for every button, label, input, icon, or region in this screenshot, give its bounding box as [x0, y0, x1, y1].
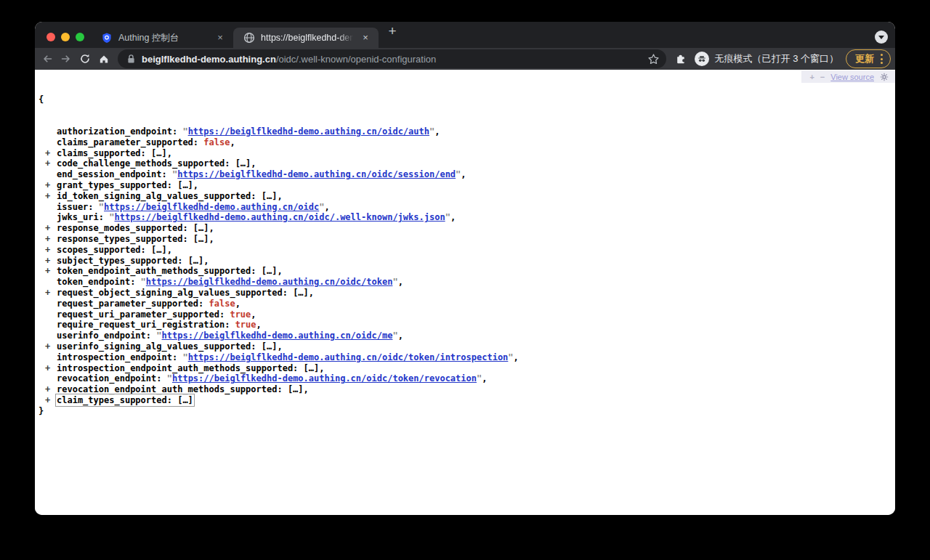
expand-toggle-icon[interactable]: + — [39, 363, 57, 374]
entry-content: require_request_uri_registration: true — [57, 320, 256, 330]
entry-content: response_modes_supported: […] — [57, 223, 209, 233]
window-controls — [46, 33, 84, 41]
expand-toggle-icon[interactable]: + — [39, 384, 57, 395]
json-key: userinfo_endpoint — [57, 330, 146, 341]
json-colon: : — [182, 234, 193, 244]
json-comma: , — [209, 223, 214, 233]
json-entry: +token_endpoint_auth_methods_supported: … — [39, 266, 895, 277]
json-entry: revocation_endpoint: "https://beiglflked… — [39, 373, 895, 384]
json-comma: , — [450, 212, 456, 222]
browser-menu-update-pill[interactable]: 更新 — [846, 49, 891, 68]
json-collapsed-array: […] — [262, 341, 278, 352]
back-button[interactable] — [38, 49, 57, 68]
json-link-value[interactable]: https://beiglflkedhd-demo.authing.cn/oid… — [162, 330, 393, 341]
json-key: introspection_endpoint — [57, 352, 172, 362]
json-entry: authorization_endpoint: "https://beiglfl… — [39, 126, 895, 137]
desktop-background: Authing 控制台 × https://beiglflkedhd-demo.… — [0, 0, 930, 560]
expand-toggle-icon[interactable]: + — [39, 341, 57, 352]
json-key: request_uri_parameter_supported — [57, 309, 219, 320]
incognito-label: 无痕模式（已打开 3 个窗口） — [715, 52, 838, 65]
json-key: scopes_supported — [57, 245, 141, 255]
expand-toggle-icon[interactable]: + — [39, 256, 57, 267]
json-link-value[interactable]: https://beiglflkedhd-demo.authing.cn/oid… — [188, 126, 429, 137]
expand-toggle-icon[interactable]: + — [39, 148, 57, 159]
json-comma: , — [398, 277, 403, 287]
expand-toggle-icon[interactable]: + — [39, 266, 57, 277]
json-comma: , — [251, 158, 256, 169]
expand-toggle-icon[interactable]: + — [39, 180, 57, 191]
zoom-window-button[interactable] — [76, 33, 84, 41]
json-colon: : — [198, 299, 209, 309]
expand-toggle-icon[interactable]: + — [39, 223, 57, 234]
tab-authing-console[interactable]: Authing 控制台 × — [91, 28, 233, 48]
json-link-value[interactable]: https://beiglflkedhd-demo.authing.cn/oid… — [177, 169, 456, 179]
json-colon: : — [99, 212, 109, 222]
json-link-value[interactable]: https://beiglflkedhd-demo.authing.cn/oid… — [146, 277, 393, 287]
tab-close-icon[interactable]: × — [360, 32, 371, 44]
json-key: token_endpoint — [57, 277, 130, 287]
expand-toggle-icon[interactable]: + — [39, 245, 57, 256]
view-source-link[interactable]: View source — [830, 73, 874, 81]
json-link-value[interactable]: https://beiglflkedhd-demo.authing.cn/oid… — [188, 352, 509, 362]
json-comma: , — [193, 180, 198, 190]
json-comma: , — [319, 363, 324, 373]
expand-toggle-icon[interactable]: + — [39, 288, 57, 299]
json-collapsed-array: […] — [193, 223, 209, 233]
tab-close-icon[interactable]: × — [214, 32, 226, 44]
json-colon: : — [283, 288, 293, 298]
json-collapsed-array: […] — [177, 395, 193, 405]
json-key: subject_types_supported — [57, 256, 177, 266]
gear-icon[interactable] — [880, 73, 889, 81]
json-key: revocation_endpoint_auth_methods_support… — [57, 384, 277, 394]
tab-search-button[interactable] — [875, 31, 888, 44]
json-link-value[interactable]: https://beiglflkedhd-demo.authing.cn/oid… — [104, 202, 319, 212]
kebab-menu-icon[interactable] — [878, 53, 885, 65]
entry-content: jwks_uri: "https://beiglflkedhd-demo.aut… — [57, 212, 450, 222]
json-colon: : — [193, 137, 203, 147]
json-colon: : — [177, 256, 187, 266]
expand-toggle-icon[interactable]: + — [39, 191, 57, 202]
update-button[interactable]: 更新 — [855, 52, 874, 65]
json-link-value[interactable]: https://beiglflkedhd-demo.authing.cn/oid… — [114, 212, 445, 222]
json-key: request_object_signing_alg_values_suppor… — [57, 288, 283, 298]
json-colon: : — [225, 158, 235, 169]
json-entry: +code_challenge_methods_supported: […], — [39, 158, 895, 169]
close-window-button[interactable] — [46, 33, 55, 41]
entry-content: userinfo_endpoint: "https://beiglflkedhd… — [57, 330, 398, 341]
address-bar[interactable]: beiglflkedhd-demo.authing.cn/oidc/.well-… — [118, 49, 666, 68]
json-key: authorization_endpoint — [57, 126, 172, 137]
json-collapsed-array: […] — [262, 191, 278, 201]
json-link-value[interactable]: https://beiglflkedhd-demo.authing.cn/oid… — [172, 373, 477, 384]
json-key: grant_types_supported — [57, 180, 167, 190]
extensions-puzzle-icon[interactable] — [675, 53, 687, 65]
json-quote: " — [445, 212, 450, 222]
json-quote: " — [319, 202, 324, 212]
authing-shield-icon — [101, 32, 113, 44]
incognito-indicator: 无痕模式（已打开 3 个窗口） — [695, 52, 838, 66]
json-key: id_token_signing_alg_values_supported — [57, 191, 251, 201]
expand-all-button[interactable]: + — [809, 73, 814, 81]
tabs: Authing 控制台 × https://beiglflkedhd-demo.… — [91, 28, 379, 48]
home-button[interactable] — [94, 49, 113, 68]
json-entry: token_endpoint: "https://beiglflkedhd-de… — [39, 277, 895, 288]
entry-content: issuer: "https://beiglflkedhd-demo.authi… — [57, 202, 325, 212]
json-key: token_endpoint_auth_methods_supported — [57, 266, 251, 276]
forward-button[interactable] — [57, 49, 76, 68]
tab-openid-configuration[interactable]: https://beiglflkedhd-demo.auth × — [233, 28, 379, 48]
json-colon: : — [141, 148, 151, 158]
json-open-brace: { — [39, 94, 895, 105]
json-entry: request_uri_parameter_supported: true, — [39, 309, 895, 320]
json-key: claims_parameter_supported — [57, 137, 193, 147]
json-boolean-value: false — [209, 299, 235, 309]
json-colon: : — [251, 266, 261, 276]
minimize-window-button[interactable] — [61, 33, 70, 41]
reload-button[interactable] — [76, 49, 94, 68]
entry-content: subject_types_supported: […] — [57, 256, 203, 266]
expand-toggle-icon[interactable]: + — [39, 234, 57, 245]
expand-toggle-icon[interactable]: + — [39, 158, 57, 169]
new-tab-button[interactable]: + — [382, 22, 403, 42]
expand-toggle-icon[interactable]: + — [39, 395, 57, 406]
bookmark-star-icon[interactable] — [647, 53, 660, 65]
collapse-all-button[interactable]: − — [820, 73, 825, 81]
json-comma: , — [235, 299, 240, 309]
